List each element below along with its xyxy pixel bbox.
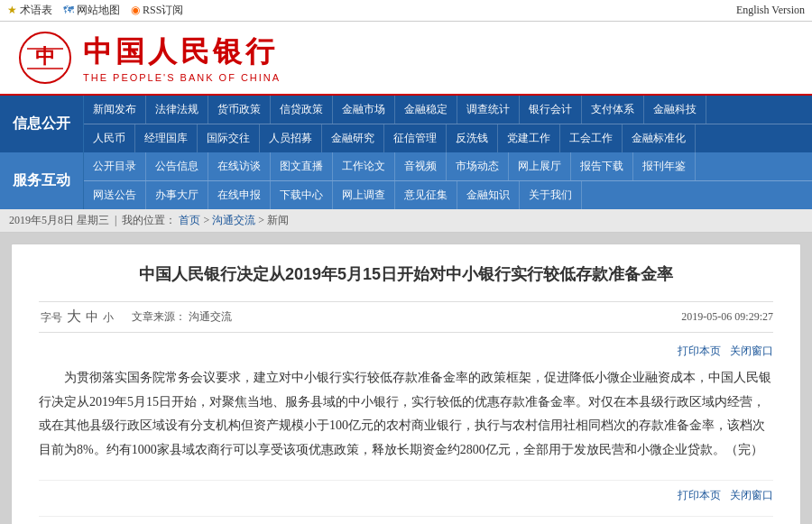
nav-research[interactable]: 金融研究 — [322, 124, 384, 152]
logo-text: 中国人民银行 THE PEOPLE'S BANK OF CHINA — [83, 32, 281, 83]
glossary-label: 术语表 — [20, 3, 52, 18]
nav-announcements[interactable]: 公告信息 — [146, 152, 208, 180]
nav-papers[interactable]: 工作论文 — [333, 152, 395, 180]
nav-accounting[interactable]: 银行会计 — [520, 96, 582, 124]
print-bottom-button[interactable]: 打印本页 — [678, 488, 721, 503]
rss-icon: ◉ — [131, 4, 140, 17]
source-label: 文章来源： — [132, 310, 186, 323]
nav-side-service[interactable]: 服务互动 — [0, 152, 84, 209]
nav-catalog[interactable]: 公开目录 — [84, 152, 146, 180]
content-wrapper: 中国人民银行决定从2019年5月15日开始对中小银行实行较低存款准备金率 字号 … — [0, 233, 812, 524]
breadcrumb-sep1: > — [203, 214, 209, 226]
nav-credit-mgmt[interactable]: 征信管理 — [384, 124, 447, 152]
breadcrumb: 2019年5月8日 星期三 | 我的位置： 首页 > 沟通交流 > 新闻 — [0, 209, 812, 233]
nav-laws[interactable]: 法律法规 — [146, 96, 208, 124]
nav-online-apply[interactable]: 在线申报 — [208, 181, 271, 209]
nav-items-row4: 网送公告 办事大厅 在线申报 下载中心 网上调查 意见征集 金融知识 关于我们 — [84, 180, 812, 209]
bank-name-english: THE PEOPLE'S BANK OF CHINA — [83, 72, 281, 83]
top-bar: ★ 术语表 🗺 网站地图 ◉ RSS订阅 English Version — [0, 0, 812, 22]
nav-items-row2: 人民币 经理国库 国际交往 人员招募 金融研究 征信管理 反洗钱 党建工作 工会… — [84, 124, 812, 152]
nav-row-1: 信息公开 新闻发布 法律法规 货币政策 信贷政策 金融市场 金融稳定 调查统计 … — [0, 96, 812, 152]
nav-payment[interactable]: 支付体系 — [582, 96, 644, 124]
nav-yearbook[interactable]: 报刊年鉴 — [633, 152, 696, 180]
nav-standards[interactable]: 金融标准化 — [623, 124, 696, 152]
font-large-button[interactable]: 大 — [67, 308, 81, 324]
nav-feedback[interactable]: 意见征集 — [395, 181, 457, 209]
glossary-link[interactable]: ★ 术语表 — [7, 3, 52, 18]
nav-online-survey[interactable]: 网上调查 — [333, 181, 395, 209]
nav-links-row3: 公开目录 公告信息 在线访谈 图文直播 工作论文 音视频 市场动态 网上展厅 报… — [84, 152, 812, 209]
nav-market-dynamics[interactable]: 市场动态 — [447, 152, 509, 180]
nav-items-row3: 公开目录 公告信息 在线访谈 图文直播 工作论文 音视频 市场动态 网上展厅 报… — [84, 152, 812, 180]
english-version-label: English Version — [736, 4, 805, 16]
content-box: 中国人民银行决定从2019年5月15日开始对中小银行实行较低存款准备金率 字号 … — [11, 244, 801, 524]
article-title: 中国人民银行决定从2019年5月15日开始对中小银行实行较低存款准备金率 — [39, 262, 773, 287]
nav-fintech[interactable]: 金融科技 — [644, 96, 706, 124]
nav-credit[interactable]: 信贷政策 — [271, 96, 333, 124]
nav-survey[interactable]: 调查统计 — [457, 96, 520, 124]
nav-financial-stability[interactable]: 金融稳定 — [395, 96, 457, 124]
nav-online-hall[interactable]: 网上展厅 — [509, 152, 571, 180]
english-version-link[interactable]: English Version — [736, 4, 805, 17]
source-value: 沟通交流 — [189, 310, 232, 323]
breadcrumb-current: 新闻 — [267, 214, 289, 226]
nav-finance-knowledge[interactable]: 金融知识 — [457, 181, 520, 209]
email-row: Email推荐： 发送 — [39, 516, 773, 524]
nav-monetary[interactable]: 货币政策 — [208, 96, 271, 124]
site-header: 中 中国人民银行 THE PEOPLE'S BANK OF CHINA — [0, 22, 812, 96]
font-size-label: 字号 — [41, 311, 62, 324]
nav-reports[interactable]: 报告下载 — [571, 152, 633, 180]
article-actions-top: 打印本页 关闭窗口 — [39, 344, 773, 359]
article-source: 文章来源： 沟通交流 — [132, 309, 681, 325]
nav-office-hall[interactable]: 办事大厅 — [146, 181, 208, 209]
close-bottom-button[interactable]: 关闭窗口 — [730, 488, 773, 503]
breadcrumb-section[interactable]: 沟通交流 — [212, 214, 255, 226]
breadcrumb-date: 2019年5月8日 星期三 — [9, 214, 109, 226]
nav-side-info[interactable]: 信息公开 — [0, 96, 84, 152]
article-meta: 字号 大 中 小 文章来源： 沟通交流 2019-05-06 09:29:27 — [39, 301, 773, 333]
article-body: 为贯彻落实国务院常务会议要求，建立对中小银行实行较低存款准备金率的政策框架，促进… — [39, 366, 773, 462]
nav-international[interactable]: 国际交往 — [198, 124, 260, 152]
nav-news[interactable]: 新闻发布 — [84, 96, 146, 124]
print-top-button[interactable]: 打印本页 — [678, 344, 721, 359]
breadcrumb-home[interactable]: 首页 — [179, 214, 200, 226]
nav-items-row1: 新闻发布 法律法规 货币政策 信贷政策 金融市场 金融稳定 调查统计 银行会计 … — [84, 96, 812, 124]
nav-row-2: 服务互动 公开目录 公告信息 在线访谈 图文直播 工作论文 音视频 市场动态 网… — [0, 152, 812, 209]
font-small-button[interactable]: 小 — [103, 311, 114, 324]
sitemap-link[interactable]: 🗺 网站地图 — [63, 3, 120, 18]
article-date: 2019-05-06 09:29:27 — [681, 310, 773, 324]
font-size-controls: 字号 大 中 小 — [39, 308, 114, 326]
nav-financial-market[interactable]: 金融市场 — [333, 96, 395, 124]
close-top-button[interactable]: 关闭窗口 — [730, 344, 773, 359]
nav-download-center[interactable]: 下载中心 — [271, 181, 333, 209]
star-icon: ★ — [7, 4, 17, 17]
nav-recruitment[interactable]: 人员招募 — [260, 124, 322, 152]
nav-interview[interactable]: 在线访谈 — [208, 152, 271, 180]
font-mid-button[interactable]: 中 — [86, 310, 98, 324]
article-actions-bottom: 打印本页 关闭窗口 — [39, 480, 773, 503]
breadcrumb-sep2: > — [258, 214, 264, 226]
nav-links-row1: 新闻发布 法律法规 货币政策 信贷政策 金融市场 金融稳定 调查统计 银行会计 … — [84, 96, 812, 152]
logo-area: 中 中国人民银行 THE PEOPLE'S BANK OF CHINA — [18, 31, 281, 85]
navigation: 信息公开 新闻发布 法律法规 货币政策 信贷政策 金融市场 金融稳定 调查统计 … — [0, 96, 812, 209]
bank-name-chinese: 中国人民银行 — [83, 32, 281, 72]
nav-aml[interactable]: 反洗钱 — [447, 124, 498, 152]
bank-emblem: 中 — [18, 31, 72, 85]
nav-broadcast[interactable]: 图文直播 — [271, 152, 333, 180]
breadcrumb-location-label: 我的位置： — [122, 214, 176, 226]
rss-link[interactable]: ◉ RSS订阅 — [131, 3, 183, 18]
nav-rmb[interactable]: 人民币 — [84, 124, 135, 152]
rss-label: RSS订阅 — [143, 3, 183, 18]
nav-party[interactable]: 党建工作 — [498, 124, 560, 152]
nav-union[interactable]: 工会工作 — [560, 124, 623, 152]
nav-video[interactable]: 音视频 — [395, 152, 447, 180]
sitemap-label: 网站地图 — [77, 3, 120, 18]
nav-about-us[interactable]: 关于我们 — [520, 181, 582, 209]
nav-treasury[interactable]: 经理国库 — [135, 124, 198, 152]
map-icon: 🗺 — [63, 4, 74, 17]
nav-notice[interactable]: 网送公告 — [84, 181, 146, 209]
